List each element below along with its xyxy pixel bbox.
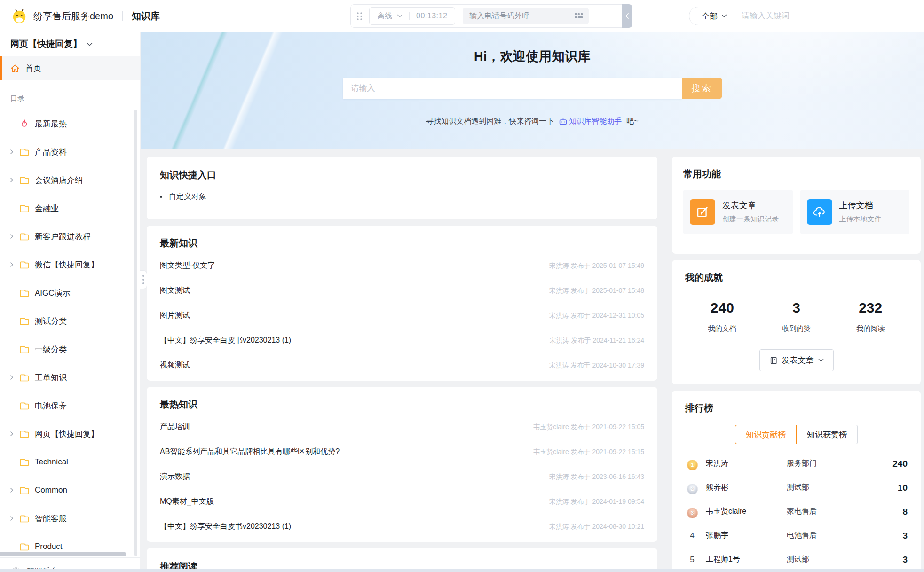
knowledge-list-item[interactable]: 图文类型-仅文字 宋洪涛 发布于 2025-01-07 15:49 (160, 253, 644, 278)
section-title: 最新知识 (160, 237, 644, 250)
sidebar-item-home[interactable]: 首页 (0, 56, 140, 80)
category-switcher[interactable]: 网页【快捷回复】 (0, 32, 140, 56)
chevron-right-icon[interactable] (9, 431, 20, 437)
drag-dots-icon[interactable] (356, 12, 363, 21)
sidebar-folder-item[interactable]: 微信【快捷回复】 (0, 251, 140, 279)
sidebar-folder-item[interactable]: 网页【快捷回复】 (0, 420, 140, 448)
quick-entry-label: 自定义对象 (169, 192, 206, 202)
sidebar-folder-item[interactable]: AIGC演示 (0, 279, 140, 307)
leaderboard-row[interactable]: 1 宋洪涛 服务部门 240 (685, 452, 908, 476)
sidebar-folder-item[interactable]: 智能客服 (0, 504, 140, 533)
sidebar-folder-item[interactable]: 一级分类 (0, 335, 140, 363)
assistant-link-label: 知识库智能助手 (569, 117, 622, 126)
sidebar-vertical-scrollbar[interactable] (134, 110, 137, 556)
page-horizontal-scrollbar[interactable] (0, 569, 924, 572)
sidebar-folder-item[interactable]: Common (0, 476, 140, 504)
rank-score: 8 (902, 507, 908, 517)
sidebar-folder-item[interactable]: 会议酒店介绍 (0, 166, 140, 194)
chevron-right-icon[interactable] (9, 149, 20, 155)
knowledge-list-item[interactable]: 图文测试 宋洪涛 发布于 2025-01-07 15:48 (160, 278, 644, 303)
dialpad-icon[interactable] (575, 13, 583, 19)
app-logo-bee-icon (11, 8, 27, 24)
knowledge-list-item[interactable]: AB智能系列产品和其它品牌相比具有哪些区别和优势? 韦玉贤claire 发布于 … (160, 439, 644, 464)
chevron-right-icon[interactable] (9, 516, 20, 521)
rank-department: 测试部 (787, 555, 902, 564)
phone-status: 离线 (377, 11, 392, 21)
hero-banner: Hi，欢迎使用知识库 搜索 寻找知识文档遇到困难，快来咨询一下 知识库智能助手 … (141, 32, 924, 149)
sidebar-horizontal-scrollbar[interactable] (0, 552, 126, 556)
sidebar-folder-item[interactable]: 新客户跟进教程 (0, 222, 140, 251)
knowledge-search-input[interactable] (343, 78, 682, 99)
rank-name: 张鹏宇 (706, 531, 787, 541)
publish-article-tile[interactable]: 发表文章 创建一条知识记录 (683, 190, 793, 234)
quick-entry-item[interactable]: 自定义对象 (160, 192, 644, 202)
sidebar-folder-item[interactable]: 电池保养 (0, 392, 140, 420)
knowledge-list-item[interactable]: 产品培训 韦玉贤claire 发布于 2021-09-22 15:05 (160, 415, 644, 439)
collapse-widget-button[interactable] (622, 4, 632, 28)
knowledge-list-item[interactable]: MQ素材_中文版 宋洪涛 发布于 2024-01-19 09:54 (160, 489, 644, 514)
sidebar-item-hot-latest[interactable]: 最新最热 (0, 110, 140, 138)
folder-icon (20, 402, 35, 410)
search-scope-selector[interactable]: 全部 (702, 11, 727, 22)
leaderboard-row[interactable]: 4 张鹏宇 电池售后 3 (685, 524, 908, 548)
left-column: 知识快捷入口 自定义对象 最新知识 图文类型-仅文字 宋洪涛 发布于 2025-… (147, 157, 657, 572)
knowledge-meta: 韦玉贤claire 发布于 2021-09-22 15:05 (533, 423, 644, 431)
tab-likes-rank[interactable]: 知识获赞榜 (797, 425, 858, 444)
section-title: 排行榜 (685, 402, 908, 415)
sidebar-folder-item[interactable]: 工单知识 (0, 363, 140, 392)
sidebar-folder-item[interactable]: 金融业 (0, 194, 140, 222)
app-name[interactable]: 纷享售后服务demo (33, 10, 113, 23)
leaderboard-row[interactable]: 3 韦玉贤claire 家电售后 8 (685, 500, 908, 524)
module-title: 知识库 (132, 10, 160, 23)
leaderboard-row[interactable]: 5 工程师1号 测试部 3 (685, 548, 908, 572)
sidebar-folder-item[interactable]: Product (0, 533, 140, 561)
knowledge-list-item[interactable]: 图片测试 宋洪涛 发布于 2024-12-31 10:05 (160, 303, 644, 328)
divider (409, 12, 410, 20)
knowledge-list-item[interactable]: 【中文】纷享安全白皮书v20230213 (1) 宋洪涛 发布于 2024-08… (160, 514, 644, 539)
rank-department: 测试部 (787, 483, 898, 493)
stat-label: 我的文档 (685, 324, 759, 333)
category-title: 网页【快捷回复】 (10, 38, 82, 50)
sidebar-item-label: Common (35, 486, 67, 495)
sidebar-folder-item[interactable]: 测试分类 (0, 307, 140, 335)
knowledge-search-bar: 搜索 (343, 78, 722, 99)
bronze-medal-icon: 3 (687, 508, 698, 518)
chevron-down-icon (87, 42, 93, 47)
sidebar-folder-item[interactable]: Technical (0, 448, 140, 476)
hottest-knowledge-card: 最热知识 产品培训 韦玉贤claire 发布于 2021-09-22 15:05… (147, 387, 657, 542)
knowledge-title: 【中文】纷享安全白皮书v20230213 (1) (160, 522, 291, 532)
global-search-input[interactable] (741, 11, 924, 21)
chevron-right-icon[interactable] (9, 234, 20, 239)
phone-number-input[interactable] (468, 11, 575, 21)
search-button[interactable]: 搜索 (682, 78, 722, 99)
knowledge-list-item[interactable]: 视频测试 宋洪涛 发布于 2024-10-30 17:39 (160, 353, 644, 378)
knowledge-title: 视频测试 (160, 360, 190, 370)
upload-document-tile[interactable]: 上传文档 上传本地文件 (800, 190, 910, 234)
folder-icon (20, 515, 35, 523)
common-functions-card: 常用功能 发表文章 创建一条知识记录 上传文档 (672, 157, 921, 254)
assistant-link[interactable]: 知识库智能助手 (559, 117, 622, 126)
rank-name: 工程师1号 (706, 555, 787, 564)
chevron-right-icon[interactable] (9, 375, 20, 380)
knowledge-meta: 宋洪涛 发布于 2023-06-16 16:43 (549, 473, 644, 481)
stat-my-documents: 240 我的文档 (685, 300, 759, 333)
sidebar-item-label: 智能客服 (35, 513, 67, 524)
knowledge-title: 演示数据 (160, 472, 190, 482)
sidebar-folder-item[interactable]: 产品资料 (0, 138, 140, 166)
folder-icon (20, 543, 35, 551)
chevron-down-icon (818, 359, 824, 362)
sidebar-item-label: 工单知识 (35, 372, 67, 383)
chevron-right-icon[interactable] (9, 262, 20, 267)
phone-status-selector[interactable]: 离线 00:13:12 (369, 7, 455, 25)
knowledge-list-item[interactable]: 【中文】纷享安全白皮书v20230213 (1) 宋洪涛 发布于 2024-11… (160, 328, 644, 353)
chevron-right-icon[interactable] (9, 177, 20, 183)
knowledge-list-item[interactable]: 演示数据 宋洪涛 发布于 2023-06-16 16:43 (160, 464, 644, 489)
chevron-right-icon[interactable] (9, 487, 20, 493)
folder-icon (20, 486, 35, 494)
sidebar-resize-handle[interactable] (140, 270, 147, 289)
tab-contribution-rank[interactable]: 知识贡献榜 (735, 425, 797, 444)
publish-article-button[interactable]: 发表文章 (759, 349, 834, 371)
knowledge-title: AB智能系列产品和其它品牌相比具有哪些区别和优势? (160, 447, 340, 457)
rank-department: 电池售后 (787, 531, 902, 541)
leaderboard-row[interactable]: 2 熊养彬 测试部 10 (685, 476, 908, 500)
